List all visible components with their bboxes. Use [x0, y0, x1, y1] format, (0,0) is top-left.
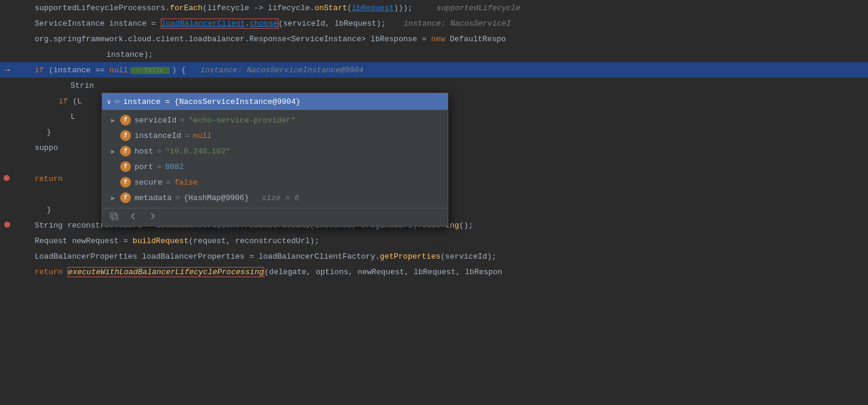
field-meta-metadata: size = 6	[252, 194, 299, 202]
popup-title-text: instance = {NacosServiceInstance@9904}	[123, 97, 300, 106]
code-text-1: supportedLifecycleProcessors.forEach(lif…	[35, 4, 520, 13]
field-value-port: 8082	[165, 162, 184, 171]
gutter-12	[0, 175, 30, 183]
field-value-metadata: {HashMap@9906}	[184, 194, 249, 202]
field-name-instanceId: instanceId	[135, 131, 181, 140]
code-text-4: instance);	[35, 50, 153, 59]
breakpoint-icon-12	[2, 175, 12, 183]
popup-footer	[102, 208, 448, 226]
popup-row-serviceId[interactable]: ▶ f serviceId = "echo-service-provider"	[102, 112, 448, 128]
code-text-18: return executeWithLoadBalancerLifecycleP…	[35, 267, 502, 277]
copy-button[interactable]	[107, 210, 121, 225]
code-text-8: L	[35, 112, 75, 121]
popup-row-host[interactable]: ▶ f host = "10.0.240.102"	[102, 143, 448, 159]
popup-row-instanceId[interactable]: f instanceId = null	[102, 128, 448, 143]
code-text-3: org.springframework.cloud.client.loadbal…	[35, 35, 506, 44]
line-content-6: Strin	[30, 81, 868, 90]
debug-arrow-icon: →	[2, 65, 12, 75]
line-content-17: LoadBalancerProperties loadBalancerPrope…	[30, 252, 868, 261]
forward-button[interactable]	[145, 210, 160, 225]
code-line-16: Request newRequest = buildRequest(reques…	[0, 233, 868, 248]
field-name-secure: secure	[135, 178, 163, 187]
line-content-4: instance);	[30, 50, 868, 59]
editor-container: supportedLifecycleProcessors.forEach(lif…	[0, 0, 868, 405]
field-icon-serviceId: f	[120, 115, 131, 125]
code-line-3: org.springframework.cloud.client.loadbal…	[0, 31, 868, 47]
expand-arrow-serviceId[interactable]: ▶	[109, 116, 117, 124]
field-icon-instanceId: f	[120, 130, 131, 141]
field-icon-metadata: f	[120, 192, 131, 203]
debug-popup: ∨ ∞ instance = {NacosServiceInstance@990…	[102, 93, 448, 226]
code-line-18: return executeWithLoadBalancerLifecycleP…	[0, 264, 868, 280]
popup-infinity-icon: ∞	[115, 97, 120, 106]
code-line-1: supportedLifecycleProcessors.forEach(lif…	[0, 0, 868, 16]
line-content-16: Request newRequest = buildRequest(reques…	[30, 237, 868, 246]
gutter-15	[0, 222, 30, 229]
code-line-2: ServiceInstance instance = loadBalancerC…	[0, 16, 868, 31]
field-equals-serviceId: =	[180, 116, 185, 125]
code-line-4: instance);	[0, 47, 868, 62]
field-icon-port: f	[120, 161, 131, 172]
field-name-host: host	[135, 147, 153, 156]
svg-rect-1	[111, 213, 116, 218]
popup-row-secure[interactable]: f secure = false	[102, 174, 448, 190]
field-icon-host: f	[120, 146, 131, 157]
breakpoint-icon-15	[2, 222, 12, 229]
expand-arrow-host[interactable]: ▶	[109, 148, 117, 155]
popup-header: ∨ ∞ instance = {NacosServiceInstance@990…	[102, 93, 448, 110]
field-name-metadata: metadata	[135, 194, 172, 202]
code-text-6: Strin	[35, 81, 94, 90]
field-value-serviceId: "echo-service-provider"	[188, 116, 295, 125]
field-equals-host: =	[157, 147, 161, 156]
line-content-3: org.springframework.cloud.client.loadbal…	[30, 35, 868, 44]
popup-title: instance = {NacosServiceInstance@9904}	[123, 97, 300, 106]
field-name-serviceId: serviceId	[135, 116, 176, 125]
line-content-1: supportedLifecycleProcessors.forEach(lif…	[30, 4, 868, 13]
code-text-2: ServiceInstance instance = loadBalancerC…	[35, 19, 511, 28]
code-text-5: if (instance == null = false ) {instance…	[35, 66, 363, 75]
line-content-2: ServiceInstance instance = loadBalancerC…	[30, 19, 868, 28]
field-equals-secure: =	[166, 178, 171, 187]
gutter-5: →	[0, 65, 30, 75]
code-text-7: if (L	[35, 97, 82, 106]
field-value-host: "10.0.240.102"	[165, 147, 230, 156]
field-equals-metadata: =	[175, 194, 180, 202]
svg-rect-0	[112, 214, 118, 220]
code-line-17: LoadBalancerProperties loadBalancerPrope…	[0, 248, 868, 264]
code-text-16: Request newRequest = buildRequest(reques…	[35, 237, 319, 246]
popup-row-metadata[interactable]: ▶ f metadata = {HashMap@9906} size = 6	[102, 190, 448, 205]
line-content-18: return executeWithLoadBalancerLifecycleP…	[30, 268, 868, 277]
field-value-instanceId: null	[193, 131, 212, 140]
code-text-14: }	[35, 205, 51, 214]
line-content-5: if (instance == null = false ) {instance…	[30, 66, 868, 75]
code-text-17: LoadBalancerProperties loadBalancerPrope…	[35, 252, 496, 261]
popup-body: ▶ f serviceId = "echo-service-provider" …	[102, 110, 448, 208]
field-equals-port: =	[157, 162, 161, 171]
field-icon-secure: f	[120, 177, 131, 188]
popup-chevron-icon[interactable]: ∨	[107, 98, 111, 106]
code-text-9: }	[35, 128, 51, 137]
code-line-5: → if (instance == null = false ) {instan…	[0, 62, 868, 78]
expand-arrow-metadata[interactable]: ▶	[109, 194, 117, 202]
code-line-6: Strin	[0, 78, 868, 93]
back-button[interactable]	[126, 210, 140, 225]
code-text-10: suppo	[35, 143, 58, 152]
popup-row-port[interactable]: f port = 8082	[102, 159, 448, 174]
field-value-secure: false	[175, 178, 198, 187]
field-name-port: port	[135, 162, 153, 171]
field-equals-instanceId: =	[185, 131, 190, 140]
